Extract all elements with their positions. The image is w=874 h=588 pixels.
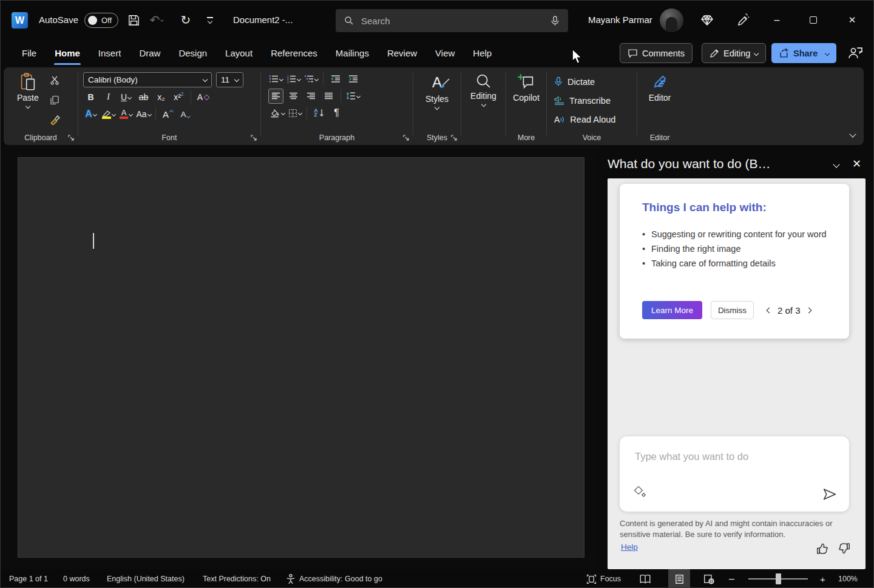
- font-dialog-launcher[interactable]: [251, 135, 257, 141]
- editing-mode-button[interactable]: Editing: [702, 43, 766, 63]
- language-indicator[interactable]: English (United States): [107, 569, 185, 588]
- word-count[interactable]: 0 words: [63, 569, 90, 588]
- tab-review[interactable]: Review: [378, 41, 426, 67]
- align-left-button[interactable]: [268, 89, 283, 104]
- minimize-button[interactable]: –: [767, 10, 787, 30]
- format-painter-button[interactable]: [47, 112, 63, 127]
- pager-next-icon[interactable]: [805, 307, 811, 313]
- tab-references[interactable]: References: [262, 41, 327, 67]
- text-predictions[interactable]: Text Predictions: On: [203, 569, 271, 588]
- collapse-ribbon-button[interactable]: [850, 128, 855, 139]
- zoom-out-button[interactable]: –: [729, 569, 734, 588]
- tab-mailings[interactable]: Mailings: [327, 41, 378, 67]
- focus-button[interactable]: Focus: [586, 569, 621, 588]
- font-size-select[interactable]: 11: [216, 72, 243, 87]
- read-aloud-button[interactable]: A Read Aloud: [547, 110, 637, 129]
- italic-button[interactable]: I: [101, 90, 116, 105]
- subscript-button[interactable]: x₂: [154, 90, 169, 105]
- paragraph-dialog-launcher[interactable]: [403, 135, 410, 141]
- styles-button[interactable]: A Styles: [425, 70, 449, 130]
- editing-button[interactable]: Editing: [470, 70, 496, 130]
- change-case-button[interactable]: Aa: [136, 107, 151, 122]
- premium-gem-icon[interactable]: [700, 13, 714, 27]
- styles-dialog-launcher[interactable]: [451, 135, 458, 141]
- zoom-slider-handle[interactable]: [776, 573, 781, 584]
- strikethrough-button[interactable]: ab: [136, 90, 151, 105]
- search-box[interactable]: [336, 9, 568, 32]
- copilot-button[interactable]: Copilot: [513, 70, 540, 130]
- thumbs-up-icon[interactable]: [816, 542, 829, 555]
- editor-button[interactable]: Editor: [649, 70, 671, 130]
- increase-indent-button[interactable]: [345, 72, 361, 87]
- tab-file[interactable]: File: [13, 41, 46, 67]
- tab-draw[interactable]: Draw: [130, 41, 169, 67]
- highlight-button[interactable]: [101, 107, 116, 122]
- print-layout-button[interactable]: [668, 569, 690, 588]
- font-family-select[interactable]: Calibri (Body): [83, 72, 212, 87]
- underline-button[interactable]: U: [118, 90, 134, 105]
- accessibility-status[interactable]: Accessibility: Good to go: [286, 569, 382, 588]
- autosave-toggle[interactable]: Off: [84, 13, 118, 28]
- align-center-button[interactable]: [286, 89, 301, 104]
- comments-button[interactable]: Comments: [620, 43, 693, 63]
- save-icon[interactable]: [126, 13, 141, 27]
- pen-sparkle-icon[interactable]: [736, 13, 750, 27]
- align-right-button[interactable]: [303, 89, 319, 104]
- zoom-in-button[interactable]: +: [820, 569, 825, 588]
- avatar[interactable]: [660, 8, 683, 32]
- sort-button[interactable]: AZ: [311, 106, 327, 121]
- read-mode-button[interactable]: [639, 569, 651, 588]
- document-page[interactable]: [18, 157, 584, 558]
- chat-input[interactable]: [635, 451, 836, 462]
- transcribe-button[interactable]: Transcribe: [547, 91, 637, 110]
- line-spacing-button[interactable]: [345, 89, 361, 104]
- tab-design[interactable]: Design: [169, 41, 216, 67]
- paste-button[interactable]: Paste: [17, 70, 39, 108]
- thumbs-down-icon[interactable]: [838, 542, 850, 555]
- decrease-indent-button[interactable]: [328, 72, 343, 87]
- tab-layout[interactable]: Layout: [216, 41, 262, 67]
- search-input[interactable]: [361, 16, 550, 26]
- pilcrow-button[interactable]: ¶: [329, 106, 344, 121]
- send-button[interactable]: [822, 488, 837, 501]
- pane-close-icon[interactable]: ✕: [849, 157, 865, 171]
- bullets-button[interactable]: [268, 72, 283, 87]
- document-title[interactable]: Document2 -...: [233, 15, 293, 25]
- redo-icon[interactable]: ↻: [178, 13, 193, 27]
- zoom-level[interactable]: 100%: [838, 569, 858, 588]
- pane-collapse-icon[interactable]: [824, 158, 849, 169]
- borders-button[interactable]: [287, 106, 302, 121]
- dismiss-button[interactable]: Dismiss: [711, 301, 754, 319]
- maximize-button[interactable]: [803, 10, 824, 30]
- help-link[interactable]: Help: [621, 542, 638, 552]
- tab-home[interactable]: Home: [46, 41, 89, 67]
- tab-view[interactable]: View: [426, 41, 464, 67]
- multilevel-list-button[interactable]: [303, 72, 319, 87]
- grow-font-button[interactable]: A: [160, 107, 175, 122]
- zoom-slider[interactable]: [748, 569, 808, 588]
- bold-button[interactable]: B: [83, 90, 98, 105]
- user-name[interactable]: Mayank Parmar: [588, 15, 652, 25]
- font-color-button[interactable]: A: [118, 107, 134, 122]
- clipboard-dialog-launcher[interactable]: [68, 135, 75, 141]
- undo-icon[interactable]: ↶: [149, 13, 164, 27]
- shrink-font-button[interactable]: A: [178, 107, 193, 122]
- justify-button[interactable]: [321, 89, 336, 104]
- page-indicator[interactable]: Page 1 of 1: [9, 569, 48, 588]
- customize-quick-access-icon[interactable]: [203, 13, 217, 27]
- word-logo-icon[interactable]: W: [12, 12, 28, 29]
- tab-insert[interactable]: Insert: [89, 41, 130, 67]
- copy-button[interactable]: [47, 92, 63, 107]
- pager-prev-icon[interactable]: [767, 307, 773, 313]
- close-button[interactable]: ✕: [842, 10, 862, 30]
- dictate-button[interactable]: Dictate: [547, 72, 637, 91]
- superscript-button[interactable]: x²2: [171, 90, 186, 105]
- learn-more-button[interactable]: Learn More: [642, 301, 702, 319]
- clear-formatting-button[interactable]: A: [195, 90, 211, 105]
- tab-help[interactable]: Help: [464, 41, 501, 67]
- numbering-button[interactable]: 123: [286, 72, 301, 87]
- cut-button[interactable]: [47, 72, 63, 87]
- text-effects-button[interactable]: A: [83, 107, 98, 122]
- presenter-icon[interactable]: [848, 46, 863, 61]
- share-button[interactable]: Share: [771, 43, 836, 63]
